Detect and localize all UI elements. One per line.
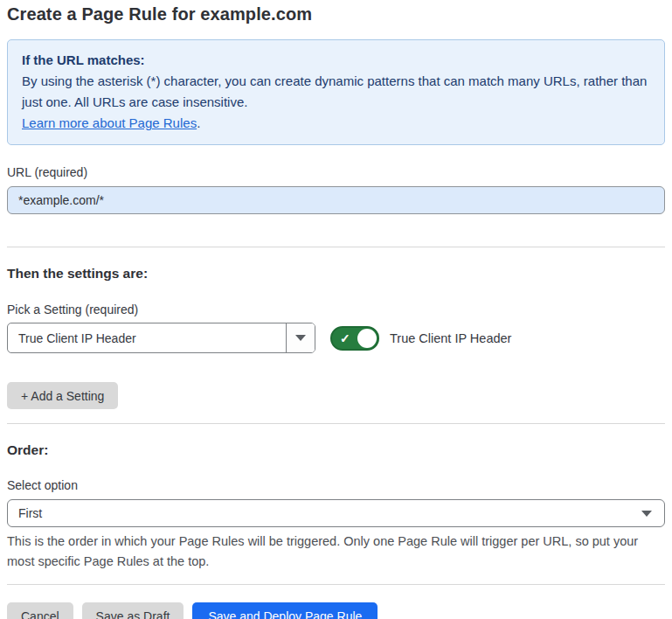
- toggle-knob: [357, 329, 377, 348]
- info-box-link-line: Learn more about Page Rules.: [22, 113, 650, 134]
- pick-setting-label: Pick a Setting (required): [7, 303, 665, 316]
- check-icon: ✓: [340, 331, 350, 344]
- info-box-body: By using the asterisk (*) character, you…: [22, 71, 650, 113]
- chevron-down-icon: [295, 335, 306, 341]
- order-dropdown[interactable]: First: [7, 499, 665, 527]
- url-matches-info-box: If the URL matches: By using the asteris…: [7, 39, 665, 145]
- setting-toggle[interactable]: ✓: [330, 326, 379, 351]
- order-select-label: Select option: [7, 478, 665, 492]
- save-and-deploy-button[interactable]: Save and Deploy Page Rule: [192, 602, 378, 619]
- order-dropdown-value: First: [18, 506, 641, 520]
- save-as-draft-button[interactable]: Save as Draft: [82, 602, 184, 619]
- settings-section-heading: Then the settings are:: [7, 266, 665, 282]
- order-section-heading: Order:: [7, 442, 665, 458]
- chevron-down-icon: [641, 511, 652, 517]
- setting-dropdown-value: True Client IP Header: [8, 323, 286, 352]
- section-divider: [7, 423, 665, 424]
- setting-picker-row: True Client IP Header ✓ True Client IP H…: [7, 323, 665, 353]
- setting-dropdown-caret-button[interactable]: [286, 323, 315, 352]
- info-box-heading: If the URL matches:: [22, 50, 650, 71]
- url-field-label: URL (required): [7, 165, 665, 179]
- footer-actions: Cancel Save as Draft Save and Deploy Pag…: [7, 602, 665, 619]
- link-suffix: .: [197, 115, 200, 130]
- section-divider: [7, 247, 665, 247]
- page-title: Create a Page Rule for example.com: [7, 4, 665, 24]
- learn-more-link[interactable]: Learn more about Page Rules: [22, 115, 197, 130]
- add-setting-button[interactable]: + Add a Setting: [7, 382, 118, 409]
- toggle-label: True Client IP Header: [390, 331, 511, 345]
- url-input[interactable]: [7, 186, 665, 214]
- footer-divider: [7, 584, 665, 585]
- cancel-button[interactable]: Cancel: [7, 602, 73, 619]
- order-help-text: This is the order in which your Page Rul…: [7, 532, 658, 572]
- setting-dropdown[interactable]: True Client IP Header: [7, 323, 315, 353]
